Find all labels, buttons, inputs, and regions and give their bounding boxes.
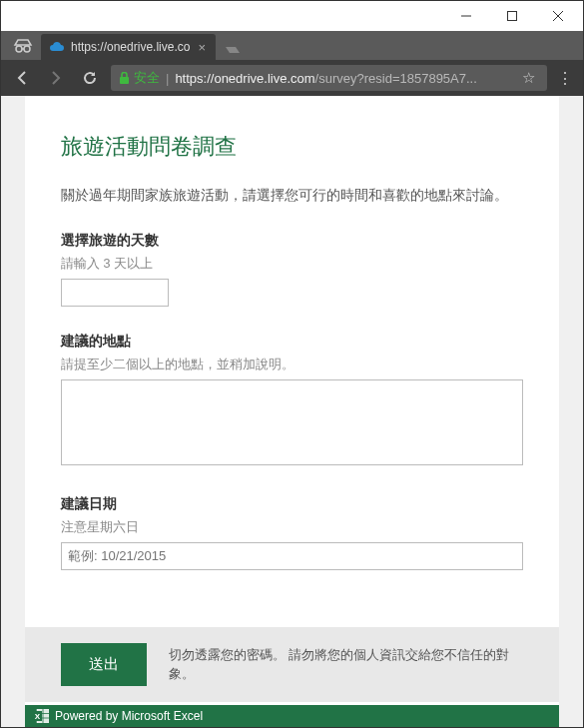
footer-warning: 切勿透露您的密碼。 請勿將您的個人資訊交給您不信任的對象。 [169,646,523,684]
window-minimize-button[interactable] [443,1,489,31]
field-date: 建議日期 注意星期六日 [61,495,523,570]
field-days: 選擇旅遊的天數 請輸入 3 天以上 [61,232,523,307]
survey-description: 關於過年期間家族旅遊活動，請選擇您可行的時間和喜歡的地點來討論。 [61,184,523,208]
powered-by-bar: X Powered by Microsoft Excel [25,705,559,727]
field-date-hint: 注意星期六日 [61,519,523,536]
browser-tab[interactable]: https://onedrive.live.co × [41,34,216,60]
field-place-label: 建議的地點 [61,333,523,351]
window-titlebar [1,1,583,31]
lock-icon [119,72,130,85]
window-close-button[interactable] [535,1,581,31]
reload-button[interactable] [77,65,103,91]
svg-point-4 [16,46,22,52]
bookmark-star-icon[interactable]: ☆ [518,69,539,87]
survey-title: 旅遊活動問卷調查 [61,132,523,162]
svg-rect-7 [120,77,129,84]
svg-rect-1 [508,12,517,21]
days-input[interactable] [61,279,169,307]
url-path: /survey?resid=1857895A7... [315,71,477,86]
field-place: 建議的地點 請提至少二個以上的地點，並稍加說明。 [61,333,523,469]
url-divider: | [166,71,169,86]
incognito-icon [9,32,37,60]
url-input[interactable]: 安全 | https://onedrive.live.com/survey?re… [111,65,547,91]
powered-by-label: Powered by Microsoft Excel [55,709,203,723]
place-textarea[interactable] [61,379,523,465]
submit-button[interactable]: 送出 [61,643,147,686]
back-button[interactable] [9,65,35,91]
excel-icon: X [33,709,49,723]
date-input[interactable] [61,542,523,570]
forward-button[interactable] [43,65,69,91]
browser-tab-bar: https://onedrive.live.co × [1,31,583,60]
tab-close-icon[interactable]: × [198,40,206,55]
tab-title: https://onedrive.live.co [71,40,190,54]
svg-point-5 [24,46,30,52]
url-host: https://onedrive.live.com [175,71,314,86]
cloud-icon [49,39,65,55]
field-days-label: 選擇旅遊的天數 [61,232,523,250]
field-place-hint: 請提至少二個以上的地點，並稍加說明。 [61,357,523,373]
submit-footer: 送出 切勿透露您的密碼。 請勿將您的個人資訊交給您不信任的對象。 [25,627,559,702]
page-viewport: 旅遊活動問卷調查 關於過年期間家族旅遊活動，請選擇您可行的時間和喜歡的地點來討論… [1,96,583,727]
new-tab-button[interactable] [222,40,244,60]
browser-menu-button[interactable]: ⋮ [555,69,575,88]
field-date-label: 建議日期 [61,495,523,513]
field-days-hint: 請輸入 3 天以上 [61,256,523,273]
window-maximize-button[interactable] [489,1,535,31]
svg-text:X: X [35,712,41,721]
browser-address-bar: 安全 | https://onedrive.live.com/survey?re… [1,60,583,96]
secure-label: 安全 [134,69,160,87]
survey-card: 旅遊活動問卷調查 關於過年期間家族旅遊活動，請選擇您可行的時間和喜歡的地點來討論… [25,96,559,727]
